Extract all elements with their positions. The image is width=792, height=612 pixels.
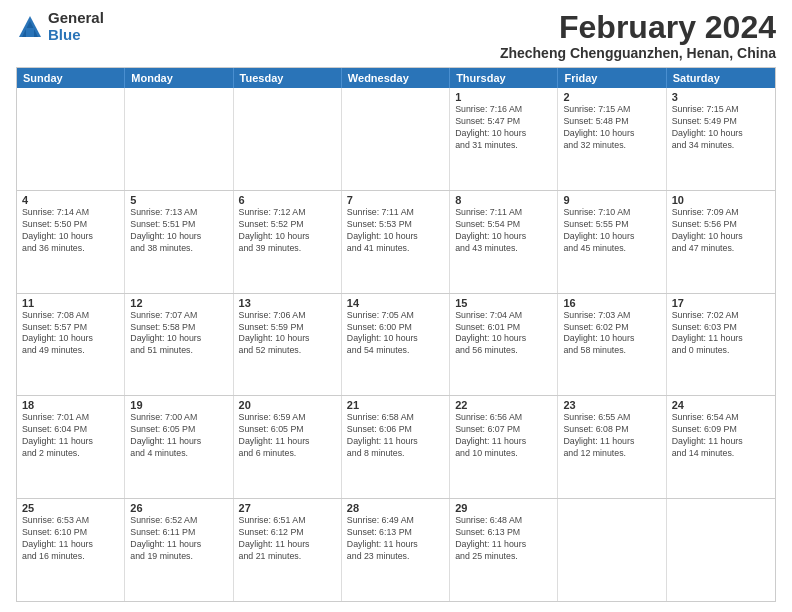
day-detail: Sunrise: 7:15 AM Sunset: 5:49 PM Dayligh…	[672, 104, 770, 152]
calendar-cell: 16Sunrise: 7:03 AM Sunset: 6:02 PM Dayli…	[558, 294, 666, 396]
day-number: 27	[239, 502, 336, 514]
calendar-cell: 24Sunrise: 6:54 AM Sunset: 6:09 PM Dayli…	[667, 396, 775, 498]
calendar-cell: 29Sunrise: 6:48 AM Sunset: 6:13 PM Dayli…	[450, 499, 558, 601]
calendar-cell: 18Sunrise: 7:01 AM Sunset: 6:04 PM Dayli…	[17, 396, 125, 498]
day-detail: Sunrise: 6:58 AM Sunset: 6:06 PM Dayligh…	[347, 412, 444, 460]
day-number: 26	[130, 502, 227, 514]
header-day-sunday: Sunday	[17, 68, 125, 88]
svg-rect-2	[26, 28, 34, 37]
day-detail: Sunrise: 7:12 AM Sunset: 5:52 PM Dayligh…	[239, 207, 336, 255]
day-detail: Sunrise: 7:04 AM Sunset: 6:01 PM Dayligh…	[455, 310, 552, 358]
calendar-cell	[17, 88, 125, 190]
day-number: 12	[130, 297, 227, 309]
day-detail: Sunrise: 6:51 AM Sunset: 6:12 PM Dayligh…	[239, 515, 336, 563]
calendar-cell: 17Sunrise: 7:02 AM Sunset: 6:03 PM Dayli…	[667, 294, 775, 396]
calendar-row-0: 1Sunrise: 7:16 AM Sunset: 5:47 PM Daylig…	[17, 88, 775, 191]
logo-icon	[16, 13, 44, 41]
day-number: 13	[239, 297, 336, 309]
day-number: 22	[455, 399, 552, 411]
day-number: 20	[239, 399, 336, 411]
day-number: 6	[239, 194, 336, 206]
calendar-cell: 8Sunrise: 7:11 AM Sunset: 5:54 PM Daylig…	[450, 191, 558, 293]
calendar-cell: 22Sunrise: 6:56 AM Sunset: 6:07 PM Dayli…	[450, 396, 558, 498]
day-number: 14	[347, 297, 444, 309]
calendar-cell: 19Sunrise: 7:00 AM Sunset: 6:05 PM Dayli…	[125, 396, 233, 498]
day-number: 29	[455, 502, 552, 514]
calendar-body: 1Sunrise: 7:16 AM Sunset: 5:47 PM Daylig…	[17, 88, 775, 601]
day-detail: Sunrise: 6:48 AM Sunset: 6:13 PM Dayligh…	[455, 515, 552, 563]
day-detail: Sunrise: 7:05 AM Sunset: 6:00 PM Dayligh…	[347, 310, 444, 358]
day-number: 17	[672, 297, 770, 309]
calendar-cell: 4Sunrise: 7:14 AM Sunset: 5:50 PM Daylig…	[17, 191, 125, 293]
location: Zhecheng Chengguanzhen, Henan, China	[500, 45, 776, 61]
logo: General Blue	[16, 10, 104, 43]
day-number: 7	[347, 194, 444, 206]
day-detail: Sunrise: 7:07 AM Sunset: 5:58 PM Dayligh…	[130, 310, 227, 358]
calendar-cell: 6Sunrise: 7:12 AM Sunset: 5:52 PM Daylig…	[234, 191, 342, 293]
day-number: 15	[455, 297, 552, 309]
day-detail: Sunrise: 7:02 AM Sunset: 6:03 PM Dayligh…	[672, 310, 770, 358]
header-day-wednesday: Wednesday	[342, 68, 450, 88]
day-detail: Sunrise: 7:13 AM Sunset: 5:51 PM Dayligh…	[130, 207, 227, 255]
calendar-cell: 25Sunrise: 6:53 AM Sunset: 6:10 PM Dayli…	[17, 499, 125, 601]
calendar: SundayMondayTuesdayWednesdayThursdayFrid…	[16, 67, 776, 602]
day-number: 23	[563, 399, 660, 411]
calendar-page: General Blue February 2024 Zhecheng Chen…	[0, 0, 792, 612]
day-detail: Sunrise: 7:06 AM Sunset: 5:59 PM Dayligh…	[239, 310, 336, 358]
day-detail: Sunrise: 6:49 AM Sunset: 6:13 PM Dayligh…	[347, 515, 444, 563]
header-day-friday: Friday	[558, 68, 666, 88]
day-number: 10	[672, 194, 770, 206]
calendar-cell: 1Sunrise: 7:16 AM Sunset: 5:47 PM Daylig…	[450, 88, 558, 190]
logo-blue: Blue	[48, 27, 104, 44]
calendar-header: SundayMondayTuesdayWednesdayThursdayFrid…	[17, 68, 775, 88]
logo-general: General	[48, 10, 104, 27]
month-title: February 2024	[500, 10, 776, 45]
header: General Blue February 2024 Zhecheng Chen…	[16, 10, 776, 61]
calendar-cell: 21Sunrise: 6:58 AM Sunset: 6:06 PM Dayli…	[342, 396, 450, 498]
calendar-row-1: 4Sunrise: 7:14 AM Sunset: 5:50 PM Daylig…	[17, 191, 775, 294]
day-detail: Sunrise: 7:03 AM Sunset: 6:02 PM Dayligh…	[563, 310, 660, 358]
calendar-cell	[342, 88, 450, 190]
calendar-cell: 12Sunrise: 7:07 AM Sunset: 5:58 PM Dayli…	[125, 294, 233, 396]
day-detail: Sunrise: 6:52 AM Sunset: 6:11 PM Dayligh…	[130, 515, 227, 563]
day-detail: Sunrise: 7:10 AM Sunset: 5:55 PM Dayligh…	[563, 207, 660, 255]
calendar-cell: 10Sunrise: 7:09 AM Sunset: 5:56 PM Dayli…	[667, 191, 775, 293]
day-detail: Sunrise: 7:16 AM Sunset: 5:47 PM Dayligh…	[455, 104, 552, 152]
day-number: 4	[22, 194, 119, 206]
day-number: 3	[672, 91, 770, 103]
day-detail: Sunrise: 7:11 AM Sunset: 5:53 PM Dayligh…	[347, 207, 444, 255]
day-number: 21	[347, 399, 444, 411]
day-detail: Sunrise: 7:00 AM Sunset: 6:05 PM Dayligh…	[130, 412, 227, 460]
calendar-cell: 13Sunrise: 7:06 AM Sunset: 5:59 PM Dayli…	[234, 294, 342, 396]
calendar-cell: 14Sunrise: 7:05 AM Sunset: 6:00 PM Dayli…	[342, 294, 450, 396]
day-number: 5	[130, 194, 227, 206]
calendar-cell: 7Sunrise: 7:11 AM Sunset: 5:53 PM Daylig…	[342, 191, 450, 293]
day-detail: Sunrise: 6:56 AM Sunset: 6:07 PM Dayligh…	[455, 412, 552, 460]
calendar-cell: 15Sunrise: 7:04 AM Sunset: 6:01 PM Dayli…	[450, 294, 558, 396]
day-number: 25	[22, 502, 119, 514]
calendar-cell: 11Sunrise: 7:08 AM Sunset: 5:57 PM Dayli…	[17, 294, 125, 396]
day-detail: Sunrise: 7:09 AM Sunset: 5:56 PM Dayligh…	[672, 207, 770, 255]
day-detail: Sunrise: 7:15 AM Sunset: 5:48 PM Dayligh…	[563, 104, 660, 152]
day-number: 9	[563, 194, 660, 206]
title-block: February 2024 Zhecheng Chengguanzhen, He…	[500, 10, 776, 61]
calendar-cell: 9Sunrise: 7:10 AM Sunset: 5:55 PM Daylig…	[558, 191, 666, 293]
day-detail: Sunrise: 6:55 AM Sunset: 6:08 PM Dayligh…	[563, 412, 660, 460]
day-detail: Sunrise: 7:01 AM Sunset: 6:04 PM Dayligh…	[22, 412, 119, 460]
day-detail: Sunrise: 6:59 AM Sunset: 6:05 PM Dayligh…	[239, 412, 336, 460]
calendar-cell: 28Sunrise: 6:49 AM Sunset: 6:13 PM Dayli…	[342, 499, 450, 601]
day-detail: Sunrise: 7:08 AM Sunset: 5:57 PM Dayligh…	[22, 310, 119, 358]
day-number: 16	[563, 297, 660, 309]
day-number: 1	[455, 91, 552, 103]
day-number: 24	[672, 399, 770, 411]
day-number: 8	[455, 194, 552, 206]
calendar-cell	[667, 499, 775, 601]
calendar-cell	[558, 499, 666, 601]
calendar-row-2: 11Sunrise: 7:08 AM Sunset: 5:57 PM Dayli…	[17, 294, 775, 397]
header-day-tuesday: Tuesday	[234, 68, 342, 88]
calendar-cell: 26Sunrise: 6:52 AM Sunset: 6:11 PM Dayli…	[125, 499, 233, 601]
day-detail: Sunrise: 6:54 AM Sunset: 6:09 PM Dayligh…	[672, 412, 770, 460]
calendar-cell: 3Sunrise: 7:15 AM Sunset: 5:49 PM Daylig…	[667, 88, 775, 190]
calendar-row-3: 18Sunrise: 7:01 AM Sunset: 6:04 PM Dayli…	[17, 396, 775, 499]
calendar-cell	[234, 88, 342, 190]
